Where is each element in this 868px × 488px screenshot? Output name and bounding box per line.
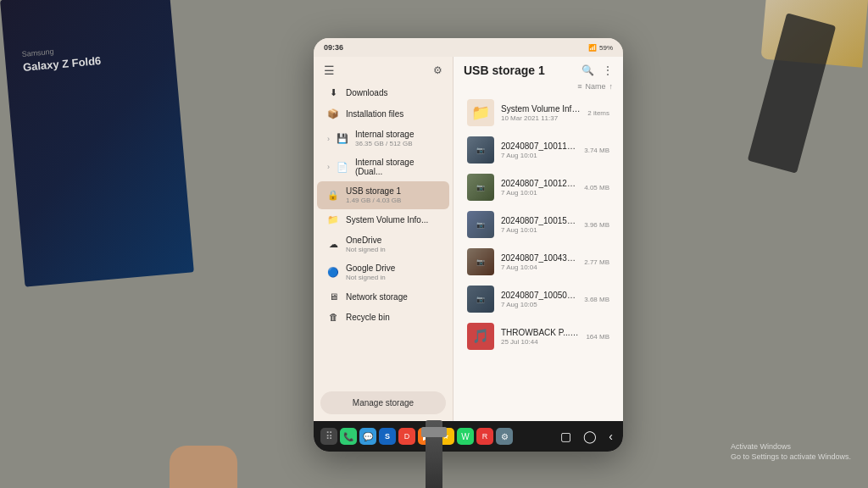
- file-meta-img2: 7 Aug 10:01: [501, 189, 577, 197]
- photo-thumb-2: 📷: [467, 174, 494, 201]
- file-size-img3: 3.96 MB: [584, 221, 609, 229]
- status-time: 09:36: [324, 43, 343, 52]
- status-icons: 📶 59%: [588, 44, 613, 52]
- phone-content: ☰ ⚙ ⬇ Downloads 📦 Installation files ›: [314, 57, 623, 421]
- sort-arrow: ↑: [609, 82, 614, 91]
- bottom-nav: ⠿ 📞 💬 S D ▶ ★ W R ⚙ ▢ ◯ ‹: [314, 421, 623, 452]
- sort-label[interactable]: Name: [585, 82, 605, 91]
- folder-icon: 📁: [471, 103, 490, 122]
- file-size-sysvolinfo: 2 items: [587, 109, 609, 117]
- windows-notice: Activate Windows Go to Settings to activ…: [731, 441, 851, 463]
- home-button[interactable]: ◯: [583, 430, 597, 443]
- main-title: USB storage 1: [464, 64, 545, 77]
- folder-thumb: 📁: [467, 99, 494, 126]
- file-item-img4[interactable]: 📷 20240807_100433.jpg 7 Aug 10:04 2.77 M…: [460, 243, 616, 280]
- file-item-img1[interactable]: 📷 20240807_100117.jpg 7 Aug 10:01 3.74 M…: [460, 131, 616, 169]
- file-info-img2: 20240807_100129.jpg 7 Aug 10:01: [501, 179, 577, 197]
- sidebar-item-onedrive[interactable]: ☁ OneDrive Not signed in: [317, 230, 449, 258]
- file-size-img5: 3.68 MB: [584, 296, 609, 303]
- sidebar-item-internal-label: Internal storage: [355, 130, 439, 139]
- sidebar-item-installation-label: Installation files: [346, 109, 439, 119]
- usb-icon: 🔒: [327, 190, 339, 201]
- sidebar-item-usb-label: USB storage 1: [346, 186, 439, 196]
- download-icon: ⬇: [327, 87, 339, 98]
- file-size-img4: 2.77 MB: [584, 258, 609, 266]
- file-meta-mp3: 25 Jul 10:44: [501, 338, 579, 346]
- windows-notice-line2: Go to Settings to activate Windows.: [731, 452, 851, 463]
- file-name-img5: 20240807_100502.jpg: [501, 291, 577, 300]
- settings-icon[interactable]: ⚙: [496, 428, 513, 445]
- sidebar-header: ☰ ⚙: [314, 57, 453, 82]
- recents-button[interactable]: ▢: [560, 430, 571, 443]
- sidebar-item-network[interactable]: 🖥 Network storage: [317, 286, 449, 307]
- file-name-img1: 20240807_100117.jpg: [501, 141, 577, 151]
- sidebar-item-sysvolume[interactable]: 📁 System Volume Info...: [317, 209, 449, 230]
- sidebar-item-network-label: Network storage: [346, 292, 439, 302]
- sidebar-item-internal-dual-label: Internal storage (Dual...: [355, 158, 439, 176]
- sort-bar: ≡ Name ↑: [453, 80, 623, 94]
- sidebar-item-internal-dual[interactable]: › 📄 Internal storage (Dual...: [317, 152, 449, 181]
- samsung-app-icon[interactable]: S: [379, 428, 396, 445]
- signal-icon: 📶: [588, 44, 597, 52]
- sort-icon: ≡: [577, 82, 581, 91]
- file-item-sysvolinfo[interactable]: 📁 System Volume Information 10 Mar 2021 …: [460, 94, 616, 131]
- file-info-sysvolinfo: System Volume Information 10 Mar 2021 11…: [501, 104, 581, 122]
- whatsapp-icon[interactable]: W: [457, 428, 474, 445]
- photo-thumb-1: 📷: [467, 136, 494, 164]
- sidebar-item-recycle-label: Recycle bin: [346, 313, 439, 322]
- back-button[interactable]: ‹: [609, 430, 613, 443]
- manage-storage-button[interactable]: Manage storage: [320, 391, 446, 414]
- search-icon[interactable]: 🔍: [581, 64, 594, 76]
- gear-icon[interactable]: ⚙: [433, 64, 442, 76]
- sidebar-item-installation[interactable]: 📦 Installation files: [317, 103, 449, 125]
- file-size-mp3: 164 MB: [586, 333, 609, 341]
- main-header-icons: 🔍 ⋮: [581, 64, 613, 76]
- photo-thumb-3: 📷: [467, 211, 494, 238]
- phone-box: Samsung Galaxy Z Fold6: [0, 0, 194, 287]
- file-list: 📁 System Volume Information 10 Mar 2021 …: [453, 94, 623, 355]
- phone-app-icon[interactable]: 📞: [340, 428, 357, 445]
- file-info-img4: 20240807_100433.jpg 7 Aug 10:04: [501, 253, 577, 271]
- more-icon[interactable]: ⋮: [603, 64, 613, 76]
- hand: [170, 446, 237, 488]
- folder-icon-sys: 📁: [327, 214, 339, 225]
- battery-text: 59%: [599, 44, 613, 52]
- sidebar-item-downloads[interactable]: ⬇ Downloads: [317, 82, 449, 103]
- file-item-img3[interactable]: 📷 20240807_100152.jpg 7 Aug 10:01 3.96 M…: [460, 206, 616, 243]
- file-info-img1: 20240807_100117.jpg 7 Aug 10:01: [501, 141, 577, 159]
- sidebar-item-internal-sub: 36.35 GB / 512 GB: [355, 140, 439, 147]
- file-item-mp3[interactable]: 🎵 THROWBACK P...[NGSTON].mp3 25 Jul 10:4…: [460, 318, 616, 355]
- sidebar: ☰ ⚙ ⬇ Downloads 📦 Installation files ›: [314, 57, 453, 421]
- file-name-img4: 20240807_100433.jpg: [501, 253, 577, 263]
- file-name-mp3: THROWBACK P...[NGSTON].mp3: [501, 328, 579, 337]
- file-size-img1: 3.74 MB: [584, 147, 609, 154]
- sidebar-item-gdrive[interactable]: 🔵 Google Drive Not signed in: [317, 258, 449, 286]
- nav-buttons: ▢ ◯ ‹: [550, 430, 623, 443]
- app-grid-icon[interactable]: ⠿: [320, 428, 337, 445]
- sidebar-item-recycle[interactable]: 🗑 Recycle bin: [317, 307, 449, 327]
- onedrive-icon: ☁: [327, 239, 339, 250]
- photo-thumb-4: 📷: [467, 248, 494, 275]
- sidebar-item-onedrive-sub: Not signed in: [346, 246, 439, 253]
- sidebar-item-internal[interactable]: › 💾 Internal storage 36.35 GB / 512 GB: [317, 125, 449, 152]
- sidebar-item-usb-sub: 1.49 GB / 4.03 GB: [346, 197, 439, 204]
- main-header: USB storage 1 🔍 ⋮: [453, 57, 623, 80]
- file-item-img5[interactable]: 📷 20240807_100502.jpg 7 Aug 10:05 3.68 M…: [460, 280, 616, 318]
- file-meta-img3: 7 Aug 10:01: [501, 226, 577, 234]
- chevron-icon-internal: ›: [327, 135, 330, 143]
- chevron-icon-dual: ›: [327, 163, 330, 171]
- recycle-icon: 🗑: [327, 312, 339, 322]
- file-info-mp3: THROWBACK P...[NGSTON].mp3 25 Jul 10:44: [501, 328, 579, 346]
- windows-notice-line1: Activate Windows: [731, 441, 851, 452]
- hamburger-icon[interactable]: ☰: [324, 64, 335, 77]
- sidebar-item-gdrive-label: Google Drive: [346, 263, 439, 273]
- file-item-img2[interactable]: 📷 20240807_100129.jpg 7 Aug 10:01 4.05 M…: [460, 169, 616, 206]
- red-square-icon[interactable]: R: [476, 428, 493, 445]
- file-info-img5: 20240807_100502.jpg 7 Aug 10:05: [501, 291, 577, 308]
- docs-app-icon[interactable]: D: [398, 428, 415, 445]
- sidebar-item-usb[interactable]: 🔒 USB storage 1 1.49 GB / 4.03 GB: [317, 181, 449, 209]
- network-icon: 🖥: [327, 291, 339, 302]
- file-meta-img5: 7 Aug 10:05: [501, 301, 577, 308]
- main-panel: USB storage 1 🔍 ⋮ ≡ Name ↑ 📁 S: [453, 57, 623, 421]
- messages-app-icon[interactable]: 💬: [359, 428, 376, 445]
